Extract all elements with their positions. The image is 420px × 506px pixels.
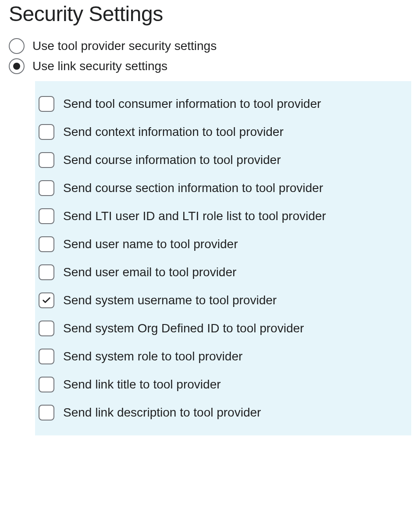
checkbox-label: Send system username to tool provider <box>63 293 277 307</box>
checkbox-label: Send context information to tool provide… <box>63 125 284 139</box>
checkbox-send-link-description[interactable]: Send link description to tool provider <box>39 399 402 427</box>
radio-use-tool-provider-security-settings[interactable]: Use tool provider security settings <box>9 38 411 54</box>
security-settings-radio-group: Use tool provider security settings Use … <box>9 38 411 74</box>
checkbox-icon <box>39 96 54 112</box>
radio-icon <box>9 38 25 54</box>
checkbox-label: Send link title to tool provider <box>63 378 221 392</box>
checkbox-icon <box>39 405 54 420</box>
checkbox-label: Send course information to tool provider <box>63 153 281 167</box>
checkbox-label: Send link description to tool provider <box>63 406 261 420</box>
checkbox-icon <box>39 321 54 336</box>
page-title: Security Settings <box>9 2 411 26</box>
checkbox-send-system-username[interactable]: Send system username to tool provider <box>39 286 402 314</box>
checkbox-icon <box>39 180 54 196</box>
radio-label: Use tool provider security settings <box>32 39 217 53</box>
checkbox-label: Send course section information to tool … <box>63 181 323 195</box>
check-icon <box>42 296 51 305</box>
checkbox-send-system-role[interactable]: Send system role to tool provider <box>39 342 402 371</box>
checkbox-send-context-information[interactable]: Send context information to tool provide… <box>39 118 402 146</box>
checkbox-send-course-section-information[interactable]: Send course section information to tool … <box>39 174 402 202</box>
checkbox-icon <box>39 124 54 140</box>
checkbox-icon <box>39 236 54 252</box>
checkbox-icon <box>39 292 54 308</box>
checkbox-icon <box>39 152 54 168</box>
radio-use-link-security-settings[interactable]: Use link security settings <box>9 58 411 74</box>
checkbox-send-tool-consumer-information[interactable]: Send tool consumer information to tool p… <box>39 90 402 118</box>
checkbox-label: Send user name to tool provider <box>63 237 238 251</box>
radio-label: Use link security settings <box>32 59 167 73</box>
link-security-settings-panel: Send tool consumer information to tool p… <box>35 81 411 435</box>
checkbox-icon <box>39 264 54 280</box>
checkbox-send-link-title[interactable]: Send link title to tool provider <box>39 371 402 399</box>
checkbox-label: Send system Org Defined ID to tool provi… <box>63 321 304 335</box>
checkbox-label: Send user email to tool provider <box>63 265 236 279</box>
checkbox-icon <box>39 349 54 364</box>
checkbox-icon <box>39 208 54 224</box>
checkbox-label: Send LTI user ID and LTI role list to to… <box>63 209 326 223</box>
radio-icon <box>9 58 25 74</box>
checkbox-icon <box>39 377 54 392</box>
checkbox-send-user-name[interactable]: Send user name to tool provider <box>39 230 402 258</box>
checkbox-send-lti-user-id-and-role-list[interactable]: Send LTI user ID and LTI role list to to… <box>39 202 402 230</box>
checkbox-label: Send system role to tool provider <box>63 349 242 363</box>
checkbox-send-system-org-defined-id[interactable]: Send system Org Defined ID to tool provi… <box>39 314 402 342</box>
checkbox-label: Send tool consumer information to tool p… <box>63 97 321 111</box>
radio-dot-icon <box>13 63 20 70</box>
checkbox-send-course-information[interactable]: Send course information to tool provider <box>39 146 402 174</box>
checkbox-send-user-email[interactable]: Send user email to tool provider <box>39 258 402 286</box>
